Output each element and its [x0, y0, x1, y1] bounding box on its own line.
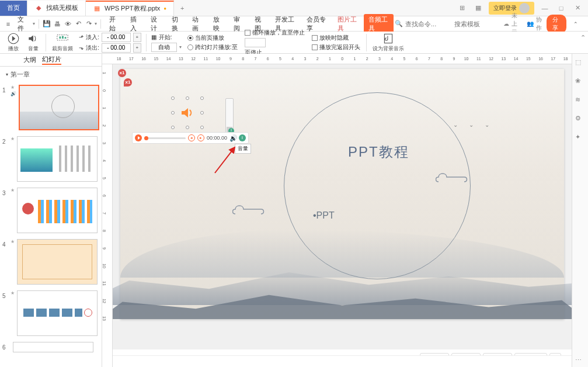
- coop-button[interactable]: 👥 协作: [527, 16, 542, 32]
- sr-more-icon[interactable]: ⋯: [575, 356, 586, 367]
- opt-span[interactable]: 跨幻灯片播放:至: [187, 43, 238, 51]
- anim-indicator-icon: ★: [11, 188, 15, 193]
- tab-modified-icon: ●: [163, 6, 166, 11]
- checkbox-icon: [312, 44, 318, 50]
- fadeout-up[interactable]: +: [133, 43, 141, 53]
- resize-handle[interactable]: [200, 96, 204, 100]
- player-volume-button[interactable]: 🔊↖: [229, 134, 236, 141]
- resize-handle[interactable]: [171, 96, 175, 100]
- slide-viewport[interactable]: x1 x1 PPT教程 •PPT ⌄ ⌄ ⌄: [113, 64, 572, 349]
- menu-chevron-icon[interactable]: ⌃: [571, 18, 579, 30]
- thumb-4[interactable]: [17, 239, 98, 285]
- menu-tab-transition[interactable]: 切换: [167, 15, 187, 33]
- tab-outline[interactable]: 大纲: [23, 56, 36, 64]
- ribbon-bgmusic[interactable]: 设为背景音乐: [369, 33, 408, 53]
- opt-current[interactable]: 当前页播放: [187, 34, 238, 42]
- svg-rect-4: [65, 37, 67, 39]
- skip-back-button[interactable]: ◂: [188, 134, 195, 141]
- player-track[interactable]: [144, 137, 186, 139]
- speaker-icon: [180, 105, 195, 120]
- cloud-deco-right: [436, 171, 476, 185]
- menu-tab-insert[interactable]: 插入: [126, 15, 145, 33]
- tab-slides[interactable]: 幻灯片: [42, 55, 61, 65]
- sr-settings-icon[interactable]: ⚙: [575, 115, 586, 125]
- menu-tab-design[interactable]: 设计: [146, 15, 166, 33]
- tab-add[interactable]: +: [174, 5, 190, 12]
- thumb-1[interactable]: [19, 85, 99, 130]
- track-position-icon[interactable]: [144, 136, 148, 140]
- ribbon-play[interactable]: 播放: [4, 33, 23, 53]
- thumb-row-5: 5 ★: [2, 290, 99, 336]
- resize-handle[interactable]: [186, 126, 189, 129]
- thumb-2[interactable]: [17, 136, 98, 182]
- redo-icon[interactable]: ↷: [84, 18, 93, 30]
- fadein-input[interactable]: [102, 33, 131, 42]
- svg-rect-5: [384, 34, 392, 43]
- menu-icon[interactable]: ≡: [4, 18, 13, 30]
- sr-anim-icon[interactable]: ✦: [575, 133, 586, 144]
- file-menu[interactable]: 文件: [14, 15, 32, 33]
- tab-home-label: 首页: [7, 4, 20, 12]
- search-box: 🔍: [395, 20, 501, 27]
- resize-handle[interactable]: [200, 111, 204, 115]
- search-tpl-input[interactable]: [454, 20, 501, 27]
- thumb-row-3: 3 ★: [2, 188, 99, 233]
- tab-doc1[interactable]: ◆ 找稿无模板: [27, 1, 86, 16]
- slide-canvas[interactable]: x1 x1 PPT教程 •PPT ⌄ ⌄ ⌄: [120, 69, 564, 319]
- ribbon-crop[interactable]: 裁剪音频: [48, 33, 76, 53]
- opt-hide[interactable]: 放映时隐藏: [312, 34, 360, 42]
- ribbon-audio: 播放 音量 裁剪音频 ⬏ 淡入: + ⬎ 淡出: + ▦ 开始: ▾: [0, 32, 588, 54]
- thumb-num: 4: [2, 239, 8, 285]
- start-chevron-icon[interactable]: ▾: [179, 44, 182, 50]
- sr-select-icon[interactable]: ⬚: [575, 58, 586, 69]
- player-play-button[interactable]: [135, 134, 142, 141]
- radio-icon: [187, 44, 193, 50]
- print-icon[interactable]: 🖶: [53, 18, 62, 30]
- undo-icon[interactable]: ↶: [74, 18, 83, 30]
- share-button[interactable]: 分享: [547, 15, 566, 33]
- tab-doc2[interactable]: ▦ WPS PPT教程.pptx ●: [86, 1, 174, 16]
- grid-icon[interactable]: ▦: [472, 2, 484, 14]
- volume-tooltip: 音量: [235, 144, 251, 154]
- thumb-3[interactable]: [17, 188, 98, 233]
- tab-home[interactable]: 首页: [0, 1, 27, 16]
- start-select[interactable]: [151, 43, 177, 52]
- panel-tabs: 大纲 幻灯片: [0, 54, 102, 67]
- checkbox-icon: [312, 35, 318, 41]
- crop-label: 裁剪音频: [52, 45, 73, 53]
- volume-slider[interactable]: i: [225, 98, 234, 133]
- ribbon-volume[interactable]: 音量: [23, 33, 43, 53]
- menu-tab-audio[interactable]: 音频工具: [364, 14, 394, 34]
- thumb-5[interactable]: [17, 290, 98, 336]
- section-title[interactable]: ▾ 第一章: [0, 67, 102, 82]
- ppt-icon: ▦: [93, 5, 101, 13]
- thumb-num: 5: [2, 290, 8, 336]
- save-icon[interactable]: 💾: [42, 18, 51, 30]
- preview-icon[interactable]: 👁: [63, 18, 72, 30]
- skip-fwd-button[interactable]: ▸: [197, 134, 204, 141]
- resize-handle[interactable]: [186, 96, 189, 100]
- fadeout-input[interactable]: [102, 43, 131, 53]
- menu-tab-picture[interactable]: 图片工具: [333, 15, 363, 33]
- fadein-up[interactable]: +: [133, 33, 141, 42]
- stop-page-input[interactable]: [245, 38, 266, 47]
- search-cmd-input[interactable]: [405, 20, 452, 27]
- sr-design-icon[interactable]: ❀: [575, 77, 586, 88]
- sr-layers-icon[interactable]: ≋: [575, 96, 586, 106]
- thumb-6[interactable]: [13, 342, 93, 352]
- menu-tab-animation[interactable]: 动画: [187, 15, 207, 33]
- menu-tab-start[interactable]: 开始: [105, 15, 124, 33]
- resize-handle[interactable]: [200, 126, 204, 129]
- player-info-icon[interactable]: i: [239, 134, 246, 141]
- layout-icon[interactable]: ⊞: [456, 2, 468, 14]
- slide-title: PPT教程: [348, 143, 409, 161]
- resize-handle[interactable]: [171, 126, 175, 129]
- thumbs-list[interactable]: 1 ★🔊 2 ★ 3 ★ 4 ★ 5 ★: [0, 82, 102, 367]
- opt-rewind[interactable]: 播放完返回开头: [312, 43, 360, 51]
- menu-tab-slideshow[interactable]: 放映: [208, 15, 228, 33]
- opt-loop[interactable]: 循环播放，直至停止: [245, 29, 305, 37]
- audio-object[interactable]: [173, 98, 202, 127]
- resize-handle[interactable]: [171, 111, 175, 115]
- ribbon-collapse[interactable]: ⌃: [580, 34, 586, 41]
- cursor-icon: ↖: [231, 136, 235, 142]
